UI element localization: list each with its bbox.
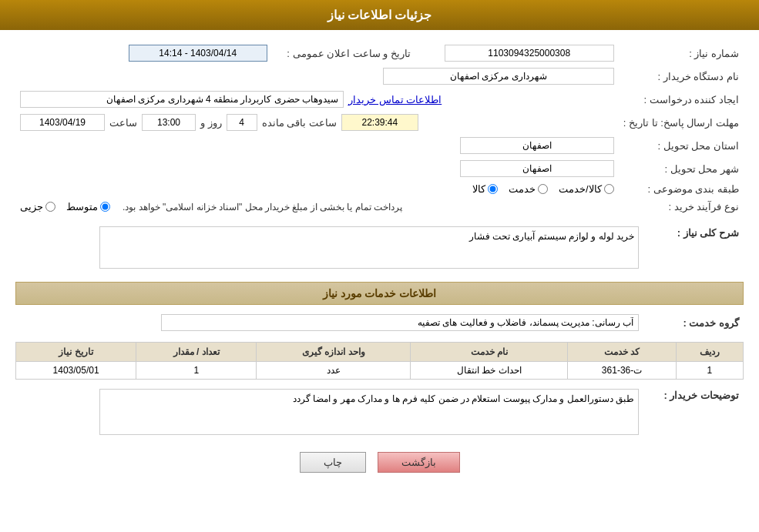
cell-nam: احداث خط انتقال: [411, 362, 568, 380]
noe-farayand-label: نوع فرآیند خرید :: [619, 198, 744, 216]
farayand-jozii[interactable]: جزیی: [20, 201, 55, 212]
farayand-radio-group: متوسط جزیی: [20, 201, 110, 212]
col-tedad: تعداد / مقدار: [136, 343, 257, 362]
shomare-niaz-value: [426, 42, 619, 65]
grohe-khedmat-input[interactable]: [161, 314, 639, 331]
cell-tarikh: 1403/05/01: [16, 362, 136, 380]
tawzih-label: توضیحات خریدار :: [643, 386, 744, 440]
row-noe-farayand: نوع فرآیند خرید : پرداخت تمام یا بخشی از…: [15, 198, 744, 216]
col-radif: ردیف: [676, 343, 743, 362]
nam-dastgah-label: نام دستگاه خریدار :: [619, 65, 744, 88]
mohlat-cell: ساعت باقی مانده روز و ساعت: [15, 111, 619, 134]
row-mohlat: مهلت ارسال پاسخ: تا تاریخ : ساعت باقی ما…: [15, 111, 744, 134]
row-grohe-khedmat: گروه خدمت :: [15, 311, 744, 334]
col-tarikh: تاریخ نیاز: [16, 343, 136, 362]
shahr-cell: [15, 157, 619, 180]
tabaqe-kala[interactable]: کالا: [472, 183, 498, 195]
table-row: 1 ت-36-361 احداث خط انتقال عدد 1 1403/05…: [16, 362, 744, 380]
row-shomare-niaz: شماره نیاز : تاریخ و ساعت اعلان عمومی :: [15, 42, 744, 65]
cell-kod: ت-36-361: [568, 362, 677, 380]
tabaqe-cell: کالا/خدمت خدمت کالا: [15, 180, 619, 198]
ijad-konande-input[interactable]: [20, 91, 344, 108]
print-button[interactable]: چاپ: [300, 452, 366, 473]
ostan-cell: [15, 134, 619, 157]
mohlat-countdown-input[interactable]: [341, 114, 418, 131]
shomare-niaz-label: شماره نیاز :: [619, 42, 744, 65]
cell-radif: 1: [676, 362, 743, 380]
col-kod-khedmat: کد خدمت: [568, 343, 677, 362]
sharh-koli-table: شرح کلی نیاز :: [15, 223, 744, 274]
public-date-input[interactable]: [129, 45, 267, 62]
shahr-label: شهر محل تحویل :: [619, 157, 744, 180]
grohe-khedmat-cell: [15, 311, 643, 334]
main-info-table: شماره نیاز : تاریخ و ساعت اعلان عمومی : …: [15, 42, 744, 216]
shomare-niaz-input[interactable]: [445, 45, 614, 62]
mohlat-roz-input[interactable]: [227, 114, 257, 131]
row-tawzih: توضیحات خریدار :: [15, 386, 744, 440]
public-date-label: تاریخ و ساعت اعلان عمومی :: [272, 42, 426, 65]
noe-farayand-cell: پرداخت تمام یا بخشی از مبلغ خریدار محل "…: [15, 198, 619, 216]
contact-info-link[interactable]: اطلاعات تماس خریدار: [348, 94, 442, 105]
mohlat-saat-input[interactable]: [142, 114, 196, 131]
row-sharh-koli: شرح کلی نیاز :: [15, 223, 744, 274]
page-title: جزئیات اطلاعات نیاز: [327, 8, 432, 22]
mohlat-label: مهلت ارسال پاسخ: تا تاریخ :: [619, 111, 744, 134]
table-header: ردیف کد خدمت نام خدمت واحد اندازه گیری ت…: [16, 343, 744, 362]
content-area: شماره نیاز : تاریخ و ساعت اعلان عمومی : …: [0, 30, 759, 492]
tabaqe-kala-khidmat[interactable]: کالا/خدمت: [559, 183, 614, 195]
back-button[interactable]: بازگشت: [378, 452, 460, 473]
ostan-input[interactable]: [460, 137, 614, 154]
tawzih-cell: [15, 386, 643, 440]
page-wrapper: جزئیات اطلاعات نیاز شماره نیاز : تاریخ و…: [0, 0, 759, 532]
row-nam-dastgah: نام دستگاه خریدار :: [15, 65, 744, 88]
grohe-khedmat-table: گروه خدمت :: [15, 311, 744, 334]
table-header-row: ردیف کد خدمت نام خدمت واحد اندازه گیری ت…: [16, 343, 744, 362]
row-ostan: استان محل تحویل :: [15, 134, 744, 157]
tawzih-kharidar-textarea[interactable]: [99, 389, 639, 435]
khadamat-header: اطلاعات خدمات مورد نیاز: [15, 282, 744, 305]
table-body: 1 ت-36-361 احداث خط انتقال عدد 1 1403/05…: [16, 362, 744, 380]
sharh-koli-textarea[interactable]: [99, 226, 639, 269]
mohlat-date-input[interactable]: [20, 114, 105, 131]
tawzih-table: توضیحات خریدار :: [15, 386, 744, 440]
grohe-khedmat-label: گروه خدمت :: [643, 311, 744, 334]
row-ijad-konande: ایجاد کننده درخواست : اطلاعات تماس خریدا…: [15, 88, 744, 111]
sharh-koli-cell: [15, 223, 643, 274]
button-row: بازگشت چاپ: [15, 452, 744, 473]
page-header: جزئیات اطلاعات نیاز: [0, 0, 759, 30]
farayand-mutavassit[interactable]: متوسط: [66, 201, 110, 212]
tabaqe-label: طبقه بندی موضوعی :: [619, 180, 744, 198]
cell-vahed: عدد: [257, 362, 411, 380]
public-date-cell: [15, 42, 272, 65]
cell-tedad: 1: [136, 362, 257, 380]
nam-dastgah-cell: [15, 65, 619, 88]
sharh-koli-label: شرح کلی نیاز :: [643, 223, 744, 274]
row-shahr: شهر محل تحویل :: [15, 157, 744, 180]
noe-farayand-note: پرداخت تمام یا بخشی از مبلغ خریدار محل "…: [123, 202, 402, 212]
ijad-konande-cell: اطلاعات تماس خریدار: [15, 88, 619, 111]
tabaqe-khidmat[interactable]: خدمت: [509, 183, 548, 195]
nam-dastgah-input[interactable]: [383, 68, 614, 85]
tabaqe-radio-group: کالا/خدمت خدمت کالا: [20, 183, 614, 195]
ostan-label: استان محل تحویل :: [619, 134, 744, 157]
saat-label: ساعت: [109, 117, 137, 129]
col-nam-khedmat: نام خدمت: [411, 343, 568, 362]
col-vahed: واحد اندازه گیری: [257, 343, 411, 362]
roz-va-label: روز و: [200, 117, 222, 129]
shahr-input[interactable]: [460, 160, 614, 177]
ijad-konande-label: ایجاد کننده درخواست :: [619, 88, 744, 111]
baqi-mande-label: ساعت باقی مانده: [262, 117, 337, 129]
row-tabaqe: طبقه بندی موضوعی : کالا/خدمت خدمت: [15, 180, 744, 198]
services-table: ردیف کد خدمت نام خدمت واحد اندازه گیری ت…: [15, 342, 744, 380]
